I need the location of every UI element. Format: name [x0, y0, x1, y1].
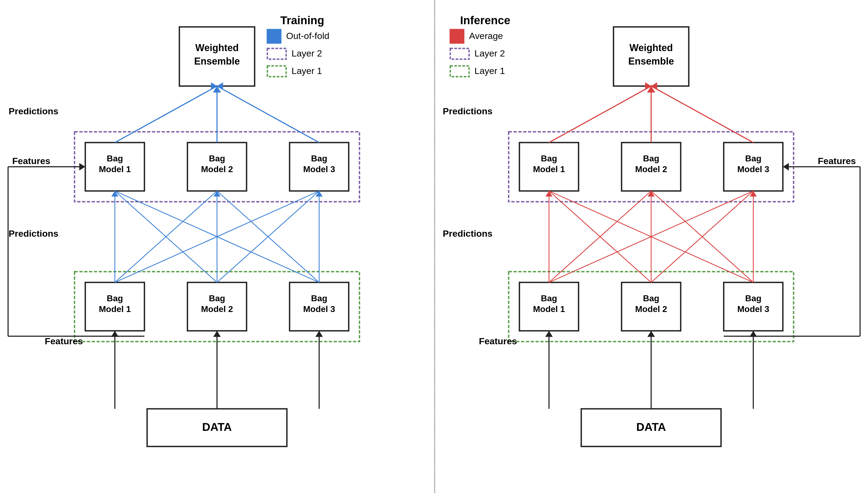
svg-text:Bag: Bag	[107, 294, 123, 303]
training-panel: TrainingOut-of-foldLayer 2Layer 1Weighte…	[0, 0, 434, 493]
svg-text:Model 1: Model 1	[99, 164, 131, 174]
svg-text:Model 3: Model 3	[737, 164, 769, 174]
svg-line-45	[115, 191, 319, 282]
inference-panel: InferenceAverageLayer 2Layer 1WeightedEn…	[434, 0, 868, 493]
svg-text:DATA: DATA	[636, 421, 666, 433]
svg-rect-27	[290, 282, 349, 331]
svg-text:Out-of-fold: Out-of-fold	[286, 31, 330, 41]
svg-text:Model 2: Model 2	[635, 304, 667, 314]
main-container: TrainingOut-of-foldLayer 2Layer 1Weighte…	[0, 0, 868, 493]
svg-line-107	[549, 191, 753, 282]
svg-text:Features: Features	[818, 156, 856, 166]
svg-rect-96	[581, 409, 721, 447]
svg-line-40	[115, 191, 217, 282]
svg-marker-35	[213, 331, 221, 337]
svg-text:Model 2: Model 2	[635, 164, 667, 174]
svg-text:Weighted: Weighted	[629, 42, 672, 53]
svg-marker-101	[647, 331, 655, 337]
svg-text:Bag: Bag	[311, 294, 327, 303]
svg-text:Model 1: Model 1	[533, 164, 565, 174]
svg-marker-103	[750, 331, 757, 337]
svg-rect-69	[450, 48, 469, 59]
svg-text:Bag: Bag	[745, 294, 761, 303]
svg-text:Predictions: Predictions	[8, 106, 58, 116]
svg-rect-1	[267, 29, 281, 43]
svg-text:Training: Training	[281, 14, 324, 27]
svg-marker-116	[750, 191, 757, 197]
svg-rect-14	[187, 143, 246, 191]
svg-text:Inference: Inference	[460, 14, 510, 27]
svg-rect-3	[267, 48, 286, 59]
svg-text:Model 3: Model 3	[737, 304, 769, 314]
svg-line-108	[549, 191, 651, 282]
svg-text:Bag: Bag	[311, 154, 327, 163]
svg-rect-93	[724, 282, 783, 331]
svg-marker-49	[214, 191, 220, 197]
svg-text:Features: Features	[45, 336, 83, 346]
svg-line-46	[217, 191, 319, 282]
svg-text:Bag: Bag	[209, 154, 225, 163]
svg-line-112	[651, 191, 753, 282]
svg-marker-50	[316, 191, 322, 197]
svg-marker-53	[211, 82, 217, 90]
svg-text:Features: Features	[479, 336, 517, 346]
svg-marker-62	[79, 163, 85, 171]
svg-text:Predictions: Predictions	[443, 228, 492, 239]
svg-rect-17	[290, 143, 349, 191]
svg-line-106	[549, 191, 651, 282]
svg-text:Model 2: Model 2	[201, 304, 233, 314]
svg-text:Model 1: Model 1	[533, 304, 565, 314]
svg-text:Bag: Bag	[541, 154, 557, 163]
svg-rect-21	[85, 282, 144, 331]
svg-text:Average: Average	[469, 31, 503, 41]
svg-rect-11	[85, 143, 144, 191]
svg-rect-30	[147, 409, 287, 447]
svg-line-111	[549, 191, 753, 282]
svg-marker-48	[111, 191, 118, 197]
svg-text:Bag: Bag	[643, 294, 659, 303]
svg-rect-77	[519, 143, 578, 191]
svg-line-122	[651, 86, 753, 143]
svg-rect-73	[614, 27, 689, 86]
svg-text:Predictions: Predictions	[8, 228, 58, 239]
svg-text:Layer 2: Layer 2	[474, 48, 505, 58]
svg-marker-57	[217, 82, 223, 90]
svg-text:Ensemble: Ensemble	[194, 56, 240, 67]
svg-text:Bag: Bag	[643, 154, 659, 163]
svg-rect-67	[450, 29, 464, 43]
svg-rect-83	[724, 143, 783, 191]
svg-line-42	[115, 191, 217, 282]
svg-line-44	[217, 191, 319, 282]
svg-marker-119	[645, 82, 651, 90]
svg-text:Bag: Bag	[541, 294, 557, 303]
svg-rect-5	[267, 66, 286, 77]
svg-text:Ensemble: Ensemble	[628, 56, 674, 67]
svg-marker-128	[783, 163, 789, 171]
svg-rect-20	[74, 272, 359, 342]
svg-rect-87	[519, 282, 578, 331]
svg-rect-76	[509, 132, 794, 202]
svg-marker-115	[648, 191, 654, 197]
svg-line-41	[115, 191, 319, 282]
svg-rect-90	[622, 282, 681, 331]
svg-text:Layer 2: Layer 2	[292, 48, 322, 58]
svg-text:Predictions: Predictions	[443, 106, 492, 116]
svg-line-118	[549, 86, 651, 143]
svg-marker-55	[213, 86, 221, 92]
svg-marker-114	[546, 191, 552, 197]
svg-rect-86	[509, 272, 794, 342]
svg-text:Model 2: Model 2	[201, 164, 233, 174]
svg-rect-7	[179, 27, 254, 86]
svg-marker-33	[111, 331, 118, 337]
svg-line-110	[651, 191, 753, 282]
svg-marker-37	[315, 331, 323, 337]
svg-rect-24	[187, 282, 246, 331]
svg-marker-121	[647, 86, 655, 92]
svg-text:Layer 1: Layer 1	[292, 66, 322, 76]
svg-marker-99	[545, 331, 553, 337]
svg-text:Features: Features	[13, 156, 50, 166]
svg-rect-80	[622, 143, 681, 191]
svg-text:Bag: Bag	[745, 154, 761, 163]
svg-marker-124	[647, 86, 655, 92]
training-diagram: TrainingOut-of-foldLayer 2Layer 1Weighte…	[0, 0, 434, 493]
